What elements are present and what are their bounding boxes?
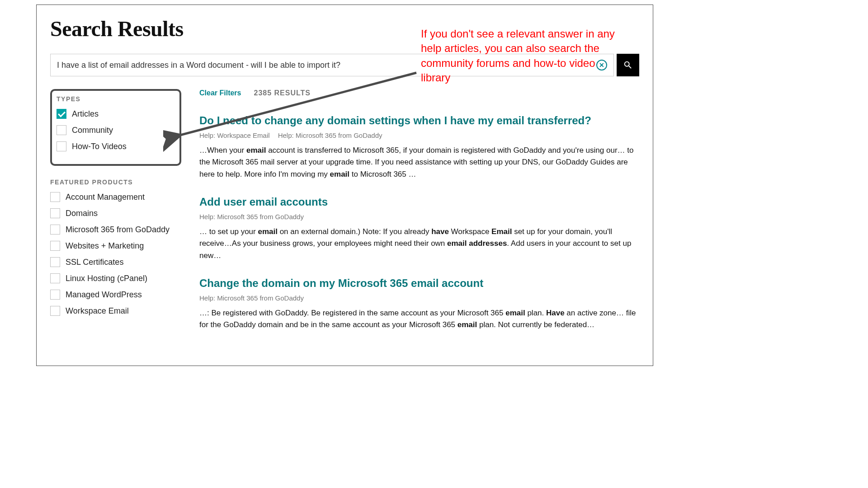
- search-button[interactable]: [617, 54, 639, 76]
- clear-filters-link[interactable]: Clear Filters: [199, 89, 241, 97]
- featured-filter-managed-wordpress[interactable]: Managed WordPress: [50, 290, 181, 300]
- search-result: Do I need to change any domain settings …: [199, 114, 639, 180]
- type-filter-how-to-videos[interactable]: How-To Videos: [57, 141, 173, 151]
- result-categories: Help: Microsoft 365 from GoDaddy: [199, 294, 639, 302]
- result-category[interactable]: Help: Microsoft 365 from GoDaddy: [278, 131, 382, 139]
- annotation-callout: If you don't see a relevant answer in an…: [421, 27, 620, 85]
- result-categories: Help: Microsoft 365 from GoDaddy: [199, 213, 639, 221]
- checkbox-icon: [50, 208, 60, 218]
- checkbox-icon: [50, 273, 60, 283]
- results-main: Clear Filters 2385 RESULTS Do I need to …: [199, 89, 639, 347]
- result-category[interactable]: Help: Microsoft 365 from GoDaddy: [199, 294, 304, 302]
- featured-products-heading: FEATURED PRODUCTS: [50, 178, 181, 186]
- checkbox-icon: [50, 290, 60, 300]
- types-filter-box: TYPES ArticlesCommunityHow-To Videos: [50, 89, 181, 166]
- filter-label: Microsoft 365 from GoDaddy: [66, 225, 170, 235]
- filter-sidebar: TYPES ArticlesCommunityHow-To Videos FEA…: [50, 89, 181, 347]
- checkbox-icon: [50, 257, 60, 267]
- featured-filter-ssl-certificates[interactable]: SSL Certificates: [50, 257, 181, 267]
- featured-filter-domains[interactable]: Domains: [50, 208, 181, 218]
- result-snippet: … to set up your email on an external do…: [199, 226, 639, 262]
- search-icon: [623, 60, 633, 70]
- featured-filter-workspace-email[interactable]: Workspace Email: [50, 306, 181, 316]
- result-count: 2385 RESULTS: [254, 89, 311, 97]
- featured-filter-websites-marketing[interactable]: Websites + Marketing: [50, 241, 181, 251]
- result-snippet: …When your email account is transferred …: [199, 145, 639, 180]
- result-title-link[interactable]: Add user email accounts: [199, 196, 639, 208]
- result-title-link[interactable]: Change the domain on my Microsoft 365 em…: [199, 277, 639, 290]
- filter-label: Workspace Email: [66, 306, 129, 316]
- filter-label: Articles: [72, 109, 99, 119]
- checkbox-icon: [50, 192, 60, 202]
- search-result: Add user email accountsHelp: Microsoft 3…: [199, 196, 639, 262]
- featured-filter-linux-hosting-cpanel-[interactable]: Linux Hosting (cPanel): [50, 273, 181, 283]
- checkbox-icon: [57, 141, 66, 151]
- result-category[interactable]: Help: Microsoft 365 from GoDaddy: [199, 213, 304, 221]
- result-categories: Help: Workspace EmailHelp: Microsoft 365…: [199, 131, 639, 139]
- checkbox-icon: [50, 241, 60, 251]
- filter-label: Account Management: [66, 192, 145, 202]
- filter-label: Linux Hosting (cPanel): [66, 274, 147, 283]
- result-category[interactable]: Help: Workspace Email: [199, 131, 270, 139]
- result-snippet: …: Be registered with GoDaddy. Be regist…: [199, 307, 639, 331]
- featured-filter-account-management[interactable]: Account Management: [50, 192, 181, 202]
- checkbox-icon: [50, 225, 60, 235]
- search-result: Change the domain on my Microsoft 365 em…: [199, 277, 639, 331]
- checkbox-icon: [57, 125, 66, 135]
- result-title-link[interactable]: Do I need to change any domain settings …: [199, 114, 639, 127]
- filter-label: Domains: [66, 209, 98, 218]
- body-row: TYPES ArticlesCommunityHow-To Videos FEA…: [50, 89, 639, 347]
- checkbox-icon: [50, 306, 60, 316]
- featured-filter-microsoft-365-from-godaddy[interactable]: Microsoft 365 from GoDaddy: [50, 225, 181, 235]
- results-meta: Clear Filters 2385 RESULTS: [199, 89, 639, 97]
- filter-label: SSL Certificates: [66, 258, 123, 267]
- filter-label: Community: [72, 126, 113, 135]
- filter-label: Websites + Marketing: [66, 241, 144, 251]
- types-heading: TYPES: [57, 95, 173, 103]
- filter-label: Managed WordPress: [66, 290, 142, 300]
- type-filter-community[interactable]: Community: [57, 125, 173, 135]
- filter-label: How-To Videos: [72, 142, 127, 151]
- checkbox-icon: [57, 109, 66, 119]
- type-filter-articles[interactable]: Articles: [57, 109, 173, 119]
- page-frame: Search Results ✕ TYPES ArticlesCommunity…: [36, 5, 653, 366]
